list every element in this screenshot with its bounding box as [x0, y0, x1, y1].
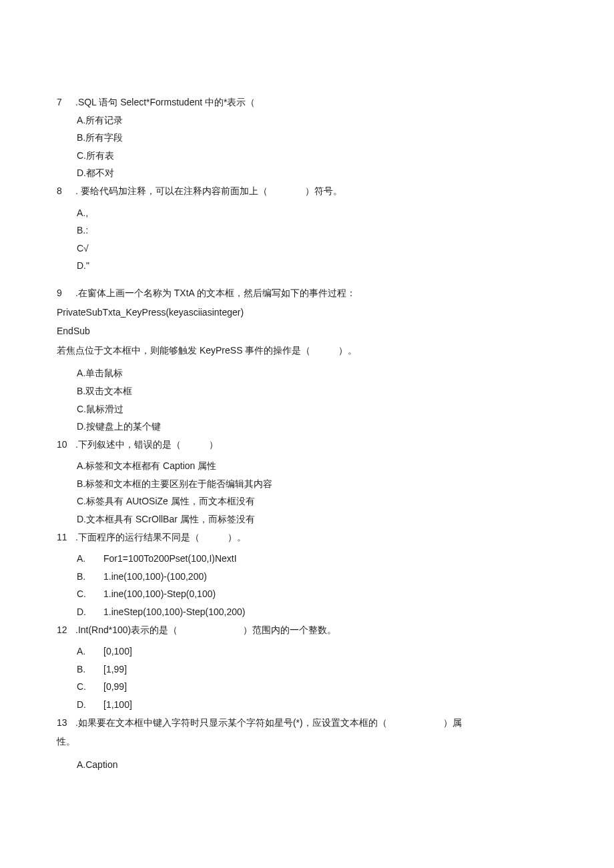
option-d: D.文本框具有 SCrOllBar 属性，而标签没有 — [77, 510, 551, 528]
question-9-followup: 若焦点位于文本框中，则能够触发 KeyPreSS 事件的操作是（ ）。 — [57, 342, 551, 360]
option-c: C. 1.ine(100,100)-Step(0,100) — [77, 585, 551, 603]
question-13: 13 .如果要在文本框中键入字符时只显示某个字符如星号(*)，应设置文本框的（ … — [57, 714, 551, 732]
option-b: B.标签和文本框的主要区别在于能否编辑其内容 — [77, 475, 551, 493]
question-12-options: A. [0,100] B. [1,99] C. [0,99] D. [1,100… — [57, 642, 551, 713]
option-a: A. [0,100] — [77, 642, 551, 661]
option-c: C.鼠标滑过 — [77, 400, 551, 418]
option-a: A.单击鼠标 — [77, 364, 551, 382]
option-text: [1,99] — [103, 661, 127, 679]
option-letter: A. — [77, 642, 91, 661]
question-7: 7 .SQL 语句 Select*Formstudent 中的*表示（ — [57, 93, 551, 111]
option-letter: D. — [77, 603, 91, 621]
question-11-options: A. For1=100To200Pset(100,I)NextI B. 1.in… — [57, 550, 551, 620]
option-text: [0,100] — [103, 642, 132, 661]
question-12: 12 .Int(Rnd*100)表示的是（ ）范围内的一个整数。 — [57, 621, 551, 639]
option-text: 1.ine(100,100)-(100,200) — [103, 568, 207, 586]
question-number: 12 — [57, 621, 75, 639]
question-7-options: A.所有记录 B.所有字段 C.所有表 D.都不对 — [57, 111, 551, 182]
question-number: 10 — [57, 436, 75, 454]
option-text: 1.ine(100,100)-Step(0,100) — [103, 585, 216, 603]
option-c: C√ — [77, 240, 551, 258]
option-c: C.标签具有 AUtOSiZe 属性，而文本框没有 — [77, 492, 551, 510]
question-text: .SQL 语句 Select*Formstudent 中的*表示（ — [75, 93, 551, 111]
option-text: For1=100To200Pset(100,I)NextI — [103, 550, 237, 568]
question-8: 8 . 要给代码加注释，可以在注释内容前面加上（ ）符号。 — [57, 182, 551, 200]
question-9-options: A.单击鼠标 B.双击文本框 C.鼠标滑过 D.按键盘上的某个键 — [57, 364, 551, 435]
option-b: B. 1.ine(100,100)-(100,200) — [77, 568, 551, 586]
option-letter: B. — [77, 661, 91, 679]
question-10-options: A.标签和文本框都有 Caption 属性 B.标签和文本框的主要区别在于能否编… — [57, 457, 551, 528]
option-d: D." — [77, 257, 551, 275]
option-text: 1.ineStep(100,100)-Step(100,200) — [103, 603, 245, 621]
option-letter: C. — [77, 678, 91, 696]
option-d: D.都不对 — [77, 164, 551, 182]
question-number: 11 — [57, 528, 75, 546]
question-number: 7 — [57, 93, 75, 111]
option-c: C. [0,99] — [77, 678, 551, 696]
question-text: .下列叙述中，错误的是（ ） — [75, 436, 551, 454]
code-line-2: EndSub — [57, 322, 551, 340]
question-number: 13 — [57, 714, 75, 732]
question-text-line2: 性。 — [57, 733, 551, 751]
option-b: B.: — [77, 222, 551, 240]
option-b: B. [1,99] — [77, 661, 551, 679]
question-number: 8 — [57, 182, 75, 200]
exam-page: 7 .SQL 语句 Select*Formstudent 中的*表示（ A.所有… — [0, 0, 614, 868]
question-9: 9 .在窗体上画一个名称为 TXtA 的文本框，然后编写如下的事件过程： — [57, 284, 551, 302]
option-letter: A. — [77, 550, 91, 568]
question-8-options: A., B.: C√ D." — [57, 204, 551, 275]
option-letter: B. — [77, 568, 91, 586]
option-b: B.双击文本框 — [77, 382, 551, 400]
option-b: B.所有字段 — [77, 129, 551, 147]
question-text: .Int(Rnd*100)表示的是（ ）范围内的一个整数。 — [75, 621, 551, 639]
question-text-line1: .如果要在文本框中键入字符时只显示某个字符如星号(*)，应设置文本框的（ ）属 — [75, 714, 551, 732]
option-d: D. [1,100] — [77, 696, 551, 714]
option-a: A.Caption — [77, 756, 551, 774]
code-line-1: PrivateSubTxta_KeyPress(keyasciiasintege… — [57, 304, 551, 322]
question-10: 10 .下列叙述中，错误的是（ ） — [57, 436, 551, 454]
option-text: [1,100] — [103, 696, 132, 714]
option-letter: D. — [77, 696, 91, 714]
option-a: A., — [77, 204, 551, 222]
option-letter: C. — [77, 585, 91, 603]
option-d: D. 1.ineStep(100,100)-Step(100,200) — [77, 603, 551, 621]
option-a: A.所有记录 — [77, 111, 551, 129]
question-13-options: A.Caption — [57, 756, 551, 774]
option-text: [0,99] — [103, 678, 127, 696]
option-d: D.按键盘上的某个键 — [77, 418, 551, 436]
question-text: .在窗体上画一个名称为 TXtA 的文本框，然后编写如下的事件过程： — [75, 284, 551, 302]
question-text: . 要给代码加注释，可以在注释内容前面加上（ ）符号。 — [75, 182, 551, 200]
option-a: A.标签和文本框都有 Caption 属性 — [77, 457, 551, 475]
question-11: 11 .下面程序的运行结果不同是（ ）。 — [57, 528, 551, 546]
question-text: .下面程序的运行结果不同是（ ）。 — [75, 528, 551, 546]
option-a: A. For1=100To200Pset(100,I)NextI — [77, 550, 551, 568]
option-c: C.所有表 — [77, 147, 551, 165]
question-number: 9 — [57, 284, 75, 302]
